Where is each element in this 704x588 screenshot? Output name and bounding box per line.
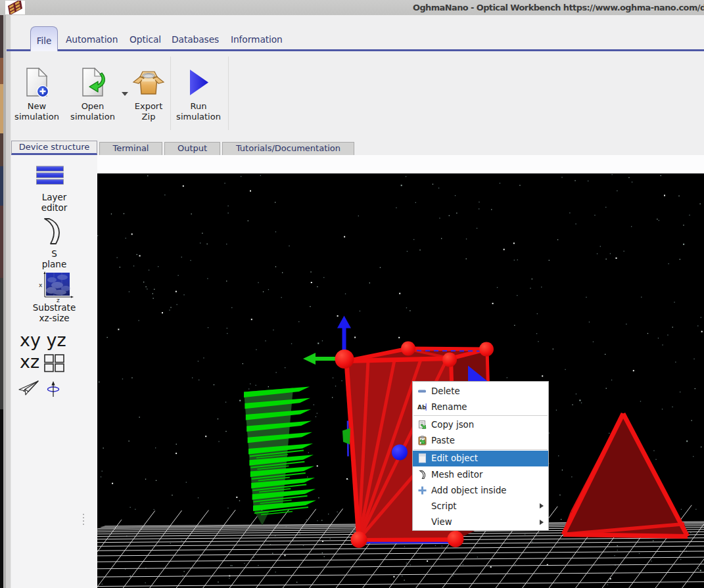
toolbar-separator — [170, 57, 171, 130]
submenu-arrow-icon — [540, 520, 544, 525]
menu-item-label-script: Script — [431, 501, 457, 511]
paper-plane-icon — [18, 380, 39, 396]
submenu-arrow-icon — [540, 503, 544, 509]
s-plane-label: Splane — [11, 249, 97, 269]
menu-item-paste[interactable]: Paste — [413, 433, 548, 449]
view-xz-button[interactable]: xz — [20, 351, 39, 372]
export-zip-label: ExportZip — [135, 101, 163, 122]
menu-item-label-copy-json: Copy json — [431, 420, 474, 430]
layer-editor-button[interactable] — [36, 166, 64, 188]
rotate-axis-icon — [47, 381, 60, 397]
sidebar: Layereditor Splane — [11, 155, 97, 588]
layers-icon — [36, 166, 64, 185]
menu-item-label-view: View — [431, 517, 452, 527]
menu-item-copy-json[interactable]: Copy json — [413, 417, 548, 432]
layer-editor-label-1: Layer — [42, 192, 67, 202]
menu-item-script[interactable]: Script — [413, 498, 548, 514]
axis-z-label: z — [57, 297, 60, 302]
menu-item-view[interactable]: View — [413, 514, 548, 530]
splitter-handle[interactable] — [83, 514, 84, 527]
menu-item-delete[interactable]: Delete — [413, 383, 548, 399]
tab-terminal[interactable]: Terminal — [99, 142, 162, 155]
run-simulation-label: Runsimulation — [176, 101, 221, 122]
new-simulation-label-1: New — [28, 101, 46, 111]
new-simulation-label: Newsimulation — [14, 101, 59, 122]
document-open-icon — [78, 68, 107, 98]
tab-device-structure[interactable]: Device structure — [11, 141, 97, 155]
substrate-label-2: xz-size — [39, 313, 69, 323]
rotate-view-button[interactable] — [47, 381, 60, 400]
view-xy-yz-button[interactable]: xy yz — [20, 330, 66, 350]
export-zip-label-2: Zip — [142, 112, 156, 122]
app-window: OghmaNano - Optical Workbench https://ww… — [0, 0, 704, 588]
document-new-icon — [22, 68, 51, 98]
tab-output[interactable]: Output — [164, 142, 220, 155]
tab-optical[interactable]: Optical — [129, 34, 161, 45]
fly-view-button[interactable] — [18, 380, 39, 399]
substrate-xz-size-button[interactable]: x z — [35, 271, 74, 305]
open-simulation-button[interactable]: Opensimulation — [66, 68, 119, 122]
menu-item-add-object-inside[interactable]: Add object inside — [413, 482, 548, 498]
substrate-texture-icon: x z — [35, 271, 74, 302]
axis-x-label: x — [39, 282, 43, 288]
curved-plane-icon — [417, 470, 427, 480]
menu-item-label-paste: Paste — [431, 436, 455, 445]
s-plane-button[interactable] — [40, 217, 66, 248]
menu-item-label-mesh-editor: Mesh editor — [431, 470, 482, 480]
viewport-margin — [97, 155, 704, 173]
minus-icon — [417, 386, 427, 396]
four-views-button[interactable] — [44, 354, 64, 375]
run-simulation-button[interactable]: Runsimulation — [172, 68, 225, 122]
titlebar: OghmaNano - Optical Workbench https://ww… — [0, 0, 704, 15]
layer-editor-label-2: editor — [41, 202, 68, 213]
document-icon — [417, 453, 427, 463]
export-zip-button[interactable]: ExportZip — [122, 68, 175, 122]
tab-tutorials-documentation[interactable]: Tutorials/Documentation — [222, 142, 354, 155]
open-simulation-label-1: Open — [82, 101, 105, 111]
open-simulation-label: Opensimulation — [70, 101, 115, 122]
substrate-xz-size-label: Substratexz-size — [11, 303, 97, 323]
window-title: OghmaNano - Optical Workbench https://ww… — [413, 0, 704, 15]
tab-information[interactable]: Information — [231, 34, 283, 45]
app-icon — [5, 1, 25, 14]
tab-automation[interactable]: Automation — [66, 34, 118, 45]
layer-editor-label: Layereditor — [11, 192, 97, 213]
menu-item-mesh-editor[interactable]: Mesh editor — [413, 466, 548, 482]
play-icon — [184, 68, 213, 98]
new-simulation-button[interactable]: Newsimulation — [11, 68, 63, 122]
3d-viewport[interactable] — [97, 173, 704, 588]
menu-item-label-add-object-inside: Add object inside — [431, 486, 507, 495]
curved-plane-icon — [40, 217, 66, 245]
menu-item-label-edit-object: Edit object — [431, 453, 478, 463]
paste-clipboard-icon — [417, 436, 427, 445]
open-simulation-label-2: simulation — [70, 112, 115, 122]
grid-2x2-icon — [44, 354, 64, 373]
menu-item-label-delete: Delete — [431, 386, 460, 396]
s-plane-label-2: plane — [42, 259, 66, 269]
svg-text:Ab: Ab — [417, 404, 427, 411]
s-plane-label-1: S — [51, 248, 57, 259]
rename-ab-icon: Ab — [417, 402, 427, 412]
empty-icon-slot — [417, 517, 427, 527]
context-menu: Delete Ab Rename Copy json Paste Edit ob… — [412, 381, 549, 531]
ribbon-underline — [7, 49, 704, 51]
menu-item-label-rename: Rename — [431, 402, 467, 412]
menu-item-edit-object[interactable]: Edit object — [413, 451, 548, 466]
window-border-inner — [6, 15, 11, 588]
empty-icon-slot — [417, 501, 427, 511]
tab-file[interactable]: File — [30, 26, 58, 51]
menu-separator — [413, 415, 548, 416]
zip-box-icon — [132, 68, 165, 98]
menu-item-rename[interactable]: Ab Rename — [413, 399, 548, 415]
tab-databases[interactable]: Databases — [172, 34, 219, 45]
plus-icon — [417, 486, 427, 495]
menu-separator — [413, 449, 548, 450]
run-simulation-label-2: simulation — [176, 112, 221, 122]
new-simulation-label-2: simulation — [14, 112, 59, 122]
substrate-label-1: Substrate — [33, 302, 76, 313]
export-zip-label-1: Export — [135, 101, 163, 111]
run-simulation-label-1: Run — [191, 101, 207, 111]
copy-icon — [417, 420, 427, 430]
toolbar-separator — [228, 57, 229, 130]
